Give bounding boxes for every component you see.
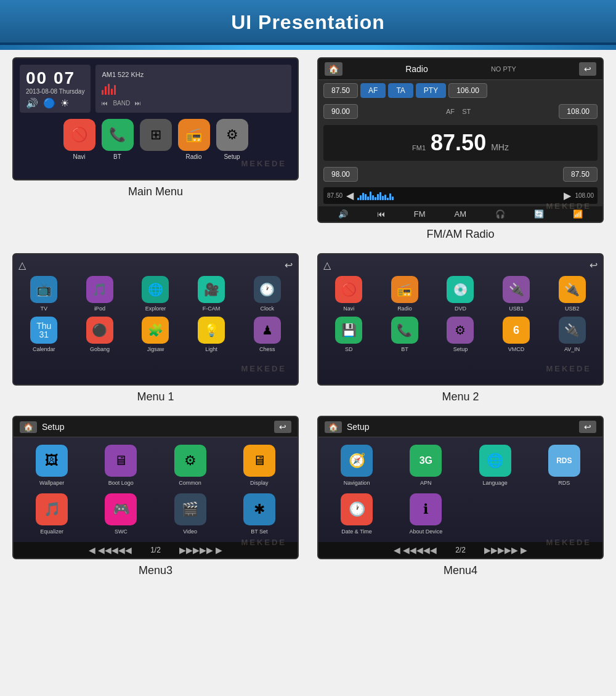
radio-fm-btn[interactable]: FM: [414, 209, 426, 219]
setup4-header: 🏠 Setup ↩: [318, 417, 602, 437]
menu1-item-chess[interactable]: ♟ Chess: [241, 317, 293, 352]
menu2-item-sd[interactable]: 💾 SD: [323, 317, 375, 352]
usb1-label: USB1: [509, 306, 524, 312]
light-icon: 💡: [198, 317, 225, 344]
setup3-item-btset[interactable]: ✱ BT Set: [229, 493, 290, 535]
setup4-back-btn[interactable]: ↩: [579, 421, 596, 433]
dvd-label: DVD: [455, 306, 466, 312]
freq-108[interactable]: 108.00: [559, 104, 598, 119]
mm-apps-row: 🚫 Navi 📞 BT ⊞ 📻 Radio: [20, 119, 291, 160]
setup3-item-swc[interactable]: 🎮 SWC: [90, 493, 152, 535]
wave-bar-5: [114, 85, 116, 95]
setup3-title: Setup: [42, 422, 269, 432]
radio-refresh-icon[interactable]: 🔄: [534, 209, 544, 219]
radio-mhz-value: 87.50: [431, 130, 486, 156]
s-bar-11: [382, 196, 384, 200]
menu1-item-explorer[interactable]: 🌐 Explorer: [130, 276, 181, 312]
setup4-item-rds[interactable]: RDS RDS: [533, 445, 595, 486]
freq-af[interactable]: AF: [360, 83, 386, 98]
freq-87-50[interactable]: 87.50: [323, 83, 358, 98]
menu1-item-gobang[interactable]: ⚫ Gobang: [75, 317, 126, 352]
menu2-item-dvd[interactable]: 💿 DVD: [435, 276, 486, 312]
menu2-item-avin[interactable]: 🔌 AV_IN: [546, 317, 598, 352]
calendar-icon: Thu31: [30, 317, 57, 344]
radio-vol-icon[interactable]: 🔊: [338, 209, 348, 219]
radio-prev-icon[interactable]: ⏮: [377, 209, 385, 219]
setup4-grid: 🧭 Navigation 3G APN 🌐 Language RDS RDS: [318, 437, 602, 542]
s-bar-8: [375, 197, 376, 200]
mm-app-setup[interactable]: ⚙ Setup: [216, 119, 248, 160]
setup4-next-btn[interactable]: ▶▶▶▶▶ ▶: [484, 545, 527, 555]
freq-pty[interactable]: PTY: [416, 83, 446, 98]
menu2-item-usb2[interactable]: 🔌 USB2: [546, 276, 598, 312]
menu1-item-jigsaw[interactable]: 🧩 Jigsaw: [130, 317, 181, 352]
radio-am-btn[interactable]: AM: [455, 209, 467, 219]
panel-menu1: △ ↩ 📺 TV 🎵 iPod 🌐 Explorer: [12, 253, 299, 403]
common-icon: ⚙: [174, 445, 206, 477]
setup3-item-display[interactable]: 🖥 Display: [229, 445, 290, 486]
menu2-top-bar: △ ↩: [323, 259, 598, 271]
menu3-screen: 🏠 Setup ↩ 🖼 Wallpaper 🖥 Boot Logo ⚙: [12, 416, 299, 559]
setup4-item-navigation[interactable]: 🧭 Navigation: [326, 445, 387, 486]
setup4-prev-btn[interactable]: ◀ ◀◀◀◀◀: [394, 545, 437, 555]
menu1-item-light[interactable]: 💡 Light: [186, 317, 237, 352]
mm-app-blank[interactable]: ⊞: [140, 119, 172, 160]
freq-ta[interactable]: TA: [388, 83, 413, 98]
menu2-item-vmcd[interactable]: 6 VMCD: [491, 317, 542, 352]
setup3-item-common[interactable]: ⚙ Common: [160, 445, 221, 486]
menu1-back-btn[interactable]: ↩: [285, 259, 293, 271]
menu2-item-bt[interactable]: 📞 BT: [379, 317, 431, 352]
radio-back-btn[interactable]: ↩: [579, 62, 596, 76]
setup3-item-equalizer[interactable]: 🎵 Equalizer: [21, 493, 83, 535]
setup3-item-video[interactable]: 🎬 Video: [160, 493, 221, 535]
menu2-back-btn[interactable]: ↩: [590, 259, 598, 271]
menu1-item-clock[interactable]: 🕐 Clock: [241, 276, 293, 312]
menu1-item-tv[interactable]: 📺 TV: [18, 276, 70, 312]
panel-radio: 🏠 Radio NO PTY ↩ 87.50 AF TA PTY 106.00 …: [317, 57, 604, 241]
sd-icon: 💾: [335, 317, 362, 344]
mm-app-navi[interactable]: 🚫 Navi: [63, 119, 95, 160]
s-bar-3: [362, 193, 364, 200]
setup3-next-btn[interactable]: ▶▶▶▶▶ ▶: [179, 545, 222, 555]
menu2-item-setup[interactable]: ⚙ Setup: [435, 317, 486, 352]
s-bar-7: [372, 195, 374, 200]
menu1-item-ipod[interactable]: 🎵 iPod: [75, 276, 126, 312]
mm-app-radio[interactable]: 📻 Radio: [178, 119, 210, 160]
radio-label: FM/AM Radio: [426, 228, 494, 241]
menu2-home-btn[interactable]: △: [323, 259, 331, 271]
mm-app-bt[interactable]: 📞 BT: [102, 119, 134, 160]
setup3-back-btn[interactable]: ↩: [274, 421, 291, 433]
menu2-item-radio[interactable]: 📻 Radio: [379, 276, 431, 312]
setup3-home-icon[interactable]: 🏠: [20, 421, 37, 433]
menu1-home-btn[interactable]: △: [18, 259, 26, 271]
freq-106[interactable]: 106.00: [448, 83, 487, 98]
menu1-label: Menu 1: [137, 390, 174, 403]
setup3-item-bootlogo[interactable]: 🖥 Boot Logo: [90, 445, 152, 486]
next-btn[interactable]: ▶: [564, 190, 571, 201]
freq-90[interactable]: 90.00: [323, 104, 358, 119]
radio-fm1-label: FM1: [412, 144, 426, 152]
bt-icon: 📞: [102, 119, 134, 151]
radio2-label: Radio: [397, 306, 412, 312]
setup4-item-about[interactable]: ℹ About Device: [395, 493, 456, 535]
radio-slider: 87.50 ◀: [323, 187, 598, 204]
setup4-home-icon[interactable]: 🏠: [325, 421, 342, 433]
freq-98[interactable]: 98.00: [323, 167, 358, 182]
mm-clock: 00 07 2013-08-08 Thursday 🔊 🔵 ☀: [20, 65, 91, 113]
menu2-item-navi[interactable]: 🚫 Navi: [323, 276, 375, 312]
prev-btn[interactable]: ◀: [346, 190, 354, 201]
setup4-item-language[interactable]: 🌐 Language: [464, 445, 526, 486]
setup3-item-wallpaper[interactable]: 🖼 Wallpaper: [21, 445, 83, 486]
menu2-item-usb1[interactable]: 🔌 USB1: [491, 276, 542, 312]
freq-87-50-b[interactable]: 87.50: [563, 167, 598, 182]
radio-home-btn[interactable]: 🏠: [325, 62, 342, 76]
radio-headphone-icon[interactable]: 🎧: [495, 209, 505, 219]
video-icon: 🎬: [174, 493, 206, 525]
setup4-item-datetime[interactable]: 🕐 Date & Time: [326, 493, 387, 535]
menu1-item-fcam[interactable]: 🎥 F-CAM: [186, 276, 237, 312]
radio-main-display: FM1 87.50 MHz: [323, 125, 598, 161]
jigsaw-icon: 🧩: [142, 317, 169, 344]
setup4-item-apn[interactable]: 3G APN: [395, 445, 456, 486]
setup3-prev-btn[interactable]: ◀ ◀◀◀◀◀: [89, 545, 132, 555]
menu1-item-calendar[interactable]: Thu31 Calendar: [18, 317, 70, 352]
